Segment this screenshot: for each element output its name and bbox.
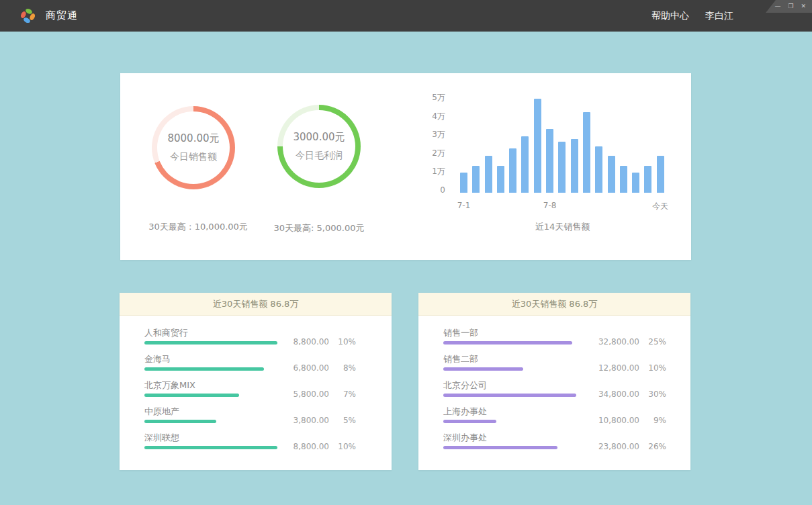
- sales-bar: [657, 156, 664, 193]
- rank-row: 中原地产3,800.005%: [144, 406, 392, 432]
- rank-bar: [443, 341, 576, 345]
- department-rank-list: 销售一部32,800.0025%销售二部12,800.0010%北京分公司34,…: [418, 316, 690, 458]
- rank-bar: [144, 420, 277, 423]
- rank-row: 深圳联想8,800.0010%: [144, 432, 392, 458]
- sales-bar: [571, 139, 578, 193]
- rank-item-percent: 10%: [336, 337, 356, 347]
- rank-item-amount: 6,800.00: [277, 363, 329, 373]
- sales-bar: [521, 136, 529, 193]
- sales-bar: [509, 148, 516, 193]
- today-sales-value: 8000.00元: [167, 132, 219, 145]
- sales-bar: [583, 112, 590, 193]
- today-sales-label: 今日销售额: [170, 151, 217, 163]
- sales-bar: [644, 166, 651, 193]
- rank-item-percent: 10%: [336, 442, 356, 451]
- today-profit-donut: 3000.00元 今日毛利润: [277, 105, 361, 188]
- profit-30d-max: 30天最高: 5,000.00元: [255, 222, 383, 234]
- y-tick-label: 0: [416, 185, 445, 195]
- today-profit-label: 今日毛利润: [296, 150, 343, 162]
- rank-row: 北京分公司34,800.0030%: [443, 379, 690, 406]
- bar-chart-title: 近14天销售额: [460, 221, 665, 233]
- y-tick-label: 5万: [416, 93, 445, 102]
- sales-bar: [608, 156, 615, 193]
- rank-row: 北京万象MIX5,800.007%: [144, 379, 392, 406]
- rank-row: 深圳办事处23,800.0026%: [443, 432, 690, 458]
- customer-sales-rank-card: 近30天销售额 86.8万 人和商贸行8,800.0010%金海马6,800.0…: [120, 293, 392, 470]
- sales-bar: [558, 142, 566, 193]
- rank-bar: [443, 367, 576, 371]
- rank-item-amount: 5,800.00: [277, 389, 329, 399]
- today-sales-donut: 8000.00元 今日销售额: [152, 106, 235, 189]
- app-title: 商贸通: [46, 0, 78, 32]
- rank-bar: [443, 394, 576, 397]
- rank-item-amount: 8,800.00: [277, 337, 329, 347]
- sales-bar: [620, 166, 627, 193]
- rank-bar: [443, 446, 576, 449]
- sales-bar: [460, 173, 467, 193]
- y-tick-label: 4万: [416, 111, 445, 121]
- rank-row: 人和商贸行8,800.0010%: [144, 327, 392, 353]
- rank-item-amount: 23,800.00: [587, 442, 639, 451]
- rank-item-amount: 34,800.00: [587, 389, 639, 399]
- sales-bar: [497, 166, 504, 193]
- rank-item-percent: 8%: [336, 363, 356, 373]
- rank-bar: [144, 367, 277, 371]
- sales-bar: [485, 156, 492, 193]
- maximize-icon[interactable]: ❐: [788, 3, 793, 9]
- department-sales-rank-card: 近30天销售额 86.8万 销售一部32,800.0025%销售二部12,800…: [418, 293, 690, 470]
- today-summary-card: 8000.00元 今日销售额 30天最高：10,000.00元 3000.00元…: [120, 73, 691, 260]
- rank-row: 金海马6,800.008%: [144, 353, 392, 379]
- rank-item-percent: 5%: [336, 416, 356, 425]
- sales-14d-bar-chart: [460, 93, 665, 193]
- rank-bar: [443, 420, 576, 423]
- rank-item-amount: 12,800.00: [587, 363, 639, 373]
- rank-item-amount: 3,800.00: [277, 416, 329, 425]
- customer-rank-title: 近30天销售额 86.8万: [120, 293, 392, 316]
- window-controls: — ❐ ✕: [766, 0, 812, 13]
- y-tick-label: 1万: [416, 167, 445, 176]
- close-icon[interactable]: ✕: [801, 3, 806, 9]
- x-tick-label: 7-1: [444, 201, 484, 210]
- rank-item-percent: 30%: [646, 389, 666, 399]
- titlebar: 商贸通 帮助中心 李白江 — ❐ ✕: [0, 0, 812, 32]
- rank-item-percent: 7%: [336, 389, 356, 399]
- sales-bar: [534, 99, 541, 193]
- rank-item-amount: 8,800.00: [277, 442, 329, 451]
- help-center-link[interactable]: 帮助中心: [651, 10, 689, 22]
- department-rank-title: 近30天销售额 86.8万: [418, 293, 690, 316]
- minimize-icon[interactable]: —: [774, 3, 780, 9]
- rank-item-amount: 32,800.00: [587, 337, 639, 347]
- rank-item-percent: 26%: [646, 442, 666, 451]
- pinwheel-logo-icon: [19, 7, 37, 25]
- x-tick-label: 今天: [640, 201, 680, 212]
- username-menu[interactable]: 李白江: [705, 10, 733, 22]
- rank-item-percent: 25%: [646, 337, 666, 347]
- rank-item-percent: 9%: [646, 416, 666, 425]
- rank-row: 销售二部12,800.0010%: [443, 353, 690, 379]
- today-profit-value: 3000.00元: [293, 131, 345, 144]
- rank-bar: [144, 341, 277, 345]
- sales-bar: [546, 129, 553, 193]
- sales-30d-max: 30天最高：10,000.00元: [134, 221, 262, 233]
- x-tick-label: 7-8: [530, 201, 570, 210]
- rank-row: 上海办事处10,800.009%: [443, 406, 690, 432]
- rank-row: 销售一部32,800.0025%: [443, 327, 690, 353]
- sales-bar: [632, 173, 639, 193]
- rank-item-amount: 10,800.00: [587, 416, 639, 425]
- rank-bar: [144, 446, 277, 449]
- rank-bar: [144, 394, 277, 397]
- customer-rank-list: 人和商贸行8,800.0010%金海马6,800.008%北京万象MIX5,80…: [120, 316, 392, 458]
- y-tick-label: 3万: [416, 130, 445, 139]
- y-tick-label: 2万: [416, 148, 445, 158]
- sales-bar: [595, 146, 602, 193]
- rank-item-percent: 10%: [646, 363, 666, 373]
- sales-bar: [472, 166, 480, 193]
